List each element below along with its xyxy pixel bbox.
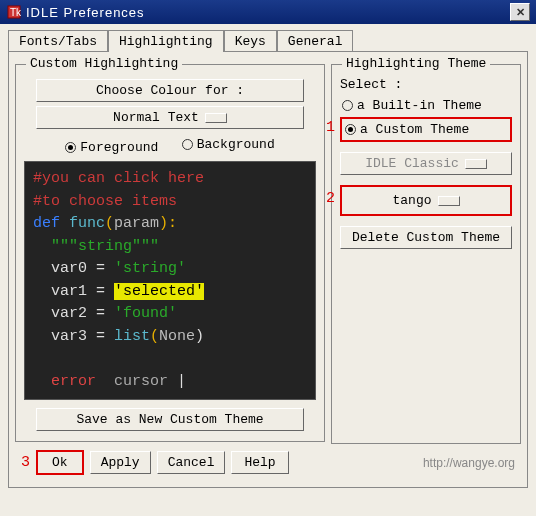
builtin-theme-radio[interactable]: a Built-in Theme (342, 98, 510, 113)
builtin-theme-dropdown: IDLE Classic (340, 152, 512, 175)
radio-dot-icon (182, 139, 193, 150)
svg-text:Tk: Tk (10, 7, 21, 18)
code-punct[interactable]: ): (159, 215, 177, 232)
code-sample[interactable]: #you can click here #to choose items def… (24, 161, 316, 400)
highlighting-theme-group: Highlighting Theme Select : a Built-in T… (331, 64, 521, 444)
dialog-buttons: 3 Ok Apply Cancel Help http://wangye.org (15, 444, 521, 481)
background-radio[interactable]: Background (182, 137, 275, 152)
code-string[interactable]: """string""" (51, 238, 159, 255)
dropdown-indicator-icon (205, 113, 227, 123)
tab-bar: Fonts/Tabs Highlighting Keys General (0, 24, 536, 51)
code-eq: = (87, 260, 114, 277)
code-cursor[interactable]: cursor (114, 373, 168, 390)
code-builtin[interactable]: list (114, 328, 150, 345)
code-var[interactable]: var1 (51, 283, 87, 300)
tab-fonts[interactable]: Fonts/Tabs (8, 30, 108, 52)
tab-keys[interactable]: Keys (224, 30, 277, 52)
app-icon: Tk (6, 4, 22, 20)
code-none[interactable]: None (159, 328, 195, 345)
tab-highlighting[interactable]: Highlighting (108, 30, 224, 52)
custom-theme-dropdown[interactable]: tango (340, 185, 512, 216)
code-eq: = (87, 305, 114, 322)
choose-colour-button[interactable]: Choose Colour for : (36, 79, 305, 102)
custom-theme-radio[interactable]: a Custom Theme (340, 117, 512, 142)
code-eq: = (87, 328, 114, 345)
tab-general[interactable]: General (277, 30, 354, 52)
code-punct[interactable]: ( (105, 215, 114, 232)
annotation-1: 1 (326, 119, 335, 136)
titlebar: Tk IDLE Preferences ✕ (0, 0, 536, 24)
code-pipe: | (177, 373, 186, 390)
radio-dot-icon (65, 142, 76, 153)
element-type-label: Normal Text (113, 110, 199, 125)
code-funcname[interactable]: func (69, 215, 105, 232)
code-keyword[interactable]: def (33, 215, 60, 232)
code-var[interactable]: var3 (51, 328, 87, 345)
help-button[interactable]: Help (231, 451, 288, 474)
close-button[interactable]: ✕ (510, 3, 530, 21)
highlighting-theme-title: Highlighting Theme (342, 56, 490, 71)
fg-bg-radio-group: Foreground Background (24, 137, 316, 155)
element-type-dropdown[interactable]: Normal Text (36, 106, 305, 129)
radio-dot-icon (345, 124, 356, 135)
ok-button[interactable]: Ok (36, 450, 84, 475)
footer-url: http://wangye.org (423, 456, 515, 470)
dropdown-indicator-icon (465, 159, 487, 169)
cancel-button[interactable]: Cancel (157, 451, 226, 474)
radio-dot-icon (342, 100, 353, 111)
code-selected[interactable]: 'selected' (114, 283, 204, 300)
annotation-2: 2 (326, 190, 335, 207)
save-custom-theme-button[interactable]: Save as New Custom Theme (36, 408, 305, 431)
code-eq: = (87, 283, 114, 300)
dropdown-indicator-icon (438, 196, 460, 206)
code-var[interactable]: var0 (51, 260, 87, 277)
window-title: IDLE Preferences (26, 5, 510, 20)
code-param[interactable]: param (114, 215, 159, 232)
code-var[interactable]: var2 (51, 305, 87, 322)
annotation-3: 3 (21, 454, 30, 471)
custom-highlighting-group: Custom Highlighting Choose Colour for : … (15, 64, 325, 442)
delete-custom-theme-button[interactable]: Delete Custom Theme (340, 226, 512, 249)
code-error[interactable]: error (51, 373, 96, 390)
foreground-radio[interactable]: Foreground (65, 140, 158, 155)
apply-button[interactable]: Apply (90, 451, 151, 474)
code-string[interactable]: 'string' (114, 260, 186, 277)
tab-content: Custom Highlighting Choose Colour for : … (8, 51, 528, 488)
code-comment[interactable]: #to choose items (33, 193, 177, 210)
code-string[interactable]: 'found' (114, 305, 177, 322)
custom-highlighting-title: Custom Highlighting (26, 56, 182, 71)
code-comment[interactable]: #you can click here (33, 170, 204, 187)
select-label: Select : (340, 77, 512, 92)
